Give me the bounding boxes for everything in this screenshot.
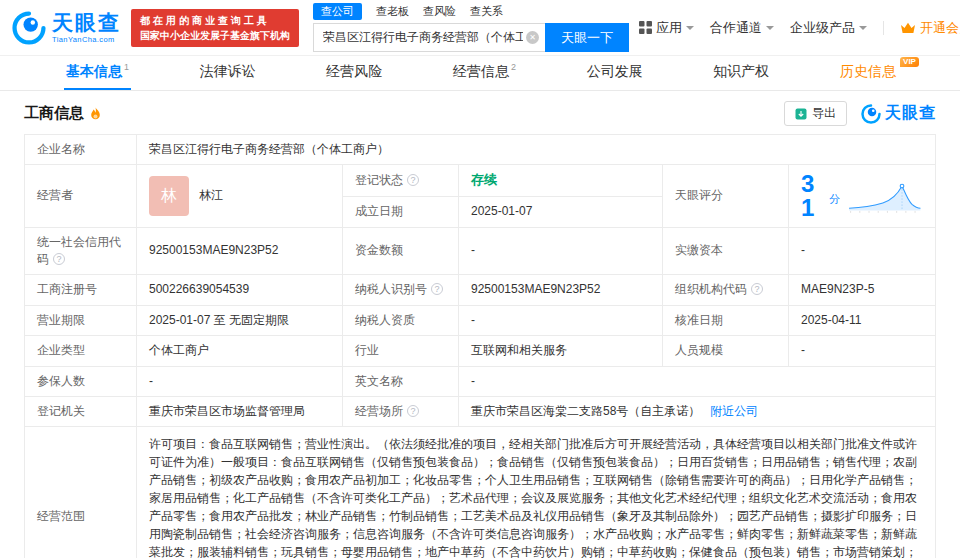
nearby-companies-link[interactable]: 附近公司: [710, 404, 758, 418]
top-menu: 应用 合作通道 企业级产品 开通会员: [639, 16, 960, 40]
operator-label: 经营者: [25, 165, 137, 227]
search-input[interactable]: [313, 23, 545, 52]
help-icon[interactable]: ?: [407, 174, 419, 186]
clear-icon[interactable]: ✕: [526, 31, 539, 44]
operator-name-link[interactable]: 林江: [199, 187, 223, 204]
reg-number-value: 500226639054539: [137, 275, 343, 305]
tianyancha-logo[interactable]: 天眼查 TianYanCha.com: [12, 11, 121, 45]
taxpayer-quality-value: -: [459, 305, 663, 335]
export-button[interactable]: 导出: [784, 101, 847, 126]
industry-label: 行业: [343, 336, 459, 366]
slogan-line-2: 国家中小企业发展子基金旗下机构: [140, 28, 290, 43]
menu-apps[interactable]: 应用: [639, 19, 694, 37]
search-tab-relation[interactable]: 查关系: [470, 4, 503, 19]
staff-size-value: -: [789, 336, 936, 366]
company-name-value: 荣昌区江得行电子商务经营部（个体工商户）: [137, 135, 936, 165]
menu-divider: [883, 21, 884, 35]
business-scope-value: 许可项目：食品互联网销售；营业性演出。（依法须经批准的项目，经相关部门批准后方可…: [137, 427, 936, 558]
search-block: 查公司 查老板 查风险 查关系 ✕ 天眼一下: [313, 3, 629, 52]
staff-size-label: 人员规模: [663, 336, 789, 366]
paid-capital-label: 实缴资本: [663, 227, 789, 275]
capital-value: -: [459, 227, 663, 275]
slogan-banner: 都在用的商业查询工具 国家中小企业发展子基金旗下机构: [131, 9, 299, 47]
crown-icon: [900, 22, 916, 34]
help-icon[interactable]: ?: [407, 405, 419, 417]
established-value: 2025-01-07: [459, 197, 663, 227]
tab-company-development-label: 公司发展: [587, 63, 643, 81]
english-name-value: -: [459, 366, 936, 396]
tab-history-info-label: 历史信息: [840, 63, 896, 81]
tab-legal-litigation[interactable]: 法律诉讼: [198, 56, 258, 90]
registration-status-label: 登记状态?: [343, 165, 459, 197]
top-header: 天眼查 TianYanCha.com 都在用的商业查询工具 国家中小企业发展子基…: [0, 0, 960, 56]
tab-basic-info-label: 基本信息: [66, 63, 122, 81]
watermark-logo-icon: [861, 104, 881, 124]
search-tab-risk[interactable]: 查风险: [423, 4, 456, 19]
table-row: 企业类型 个体工商户 行业 互联网和相关服务 人员规模 -: [25, 336, 936, 366]
business-term-label: 营业期限: [25, 305, 137, 335]
help-icon[interactable]: ?: [431, 283, 443, 295]
open-vip-label: 开通会员: [920, 19, 960, 37]
logo-text: 天眼查: [52, 12, 121, 33]
credit-code-value: 92500153MAE9N23P52: [137, 227, 343, 275]
tab-operation-risk[interactable]: 经营风险: [324, 56, 384, 90]
credit-code-label: 统一社会信用代码?: [25, 227, 137, 275]
menu-apps-label: 应用: [656, 19, 682, 37]
tab-intellectual-property-label: 知识产权: [713, 63, 769, 81]
tab-count: 1: [124, 62, 129, 72]
registration-status-value: 存续: [459, 165, 663, 197]
help-icon[interactable]: ?: [751, 283, 763, 295]
chevron-down-icon: [859, 26, 867, 34]
table-row: 营业期限 2025-01-07 至 无固定期限 纳税人资质 - 核准日期 202…: [25, 305, 936, 335]
tab-history-info[interactable]: 历史信息 VIP: [838, 56, 898, 90]
business-info-table: 企业名称 荣昌区江得行电子商务经营部（个体工商户） 经营者 林 林江 登记状态?…: [24, 134, 936, 558]
status-badge: 存续: [471, 172, 497, 187]
tab-company-development[interactable]: 公司发展: [585, 56, 645, 90]
taxpayer-id-value: 92500153MAE9N23P52: [459, 275, 663, 305]
watermark-text: 天眼查: [885, 103, 936, 124]
section-bar: 工商信息 导出 天眼查: [0, 91, 960, 134]
help-icon[interactable]: ?: [53, 253, 65, 265]
company-type-value: 个体工商户: [137, 336, 343, 366]
tianyancha-watermark: 天眼查: [861, 103, 936, 124]
insured-label: 参保人数: [25, 366, 137, 396]
hot-icon: [89, 107, 102, 121]
established-label: 成立日期: [343, 197, 459, 227]
search-button[interactable]: 天眼一下: [545, 23, 629, 52]
company-name-label: 企业名称: [25, 135, 137, 165]
industry-value: 互联网和相关服务: [459, 336, 663, 366]
business-term-value: 2025-01-07 至 无固定期限: [137, 305, 343, 335]
registry-label: 登记机关: [25, 396, 137, 426]
operator-avatar[interactable]: 林: [149, 176, 189, 216]
score-cell[interactable]: 31 分: [789, 165, 936, 227]
taxpayer-quality-label: 纳税人资质: [343, 305, 459, 335]
tab-intellectual-property[interactable]: 知识产权: [711, 56, 771, 90]
org-code-label: 组织机构代码?: [663, 275, 789, 305]
search-tab-company[interactable]: 查公司: [313, 3, 362, 20]
search-tab-boss[interactable]: 查老板: [376, 4, 409, 19]
chevron-down-icon: [766, 26, 774, 34]
address-cell: 重庆市荣昌区海棠二支路58号（自主承诺）附近公司: [459, 396, 936, 426]
tab-basic-info[interactable]: 基本信息 1: [64, 56, 131, 90]
tab-legal-litigation-label: 法律诉讼: [200, 63, 256, 81]
score-value: 31: [801, 172, 823, 220]
org-code-value: MAE9N23P-5: [789, 275, 936, 305]
registry-value: 重庆市荣昌区市场监督管理局: [137, 396, 343, 426]
search-tabs: 查公司 查老板 查风险 查关系: [313, 3, 629, 20]
menu-cooperation-label: 合作通道: [710, 19, 762, 37]
insured-value: -: [137, 366, 343, 396]
tianyancha-logo-icon: [12, 11, 46, 45]
taxpayer-id-label: 纳税人识别号?: [343, 275, 459, 305]
operator-cell: 林 林江: [137, 165, 343, 227]
company-type-label: 企业类型: [25, 336, 137, 366]
approval-date-value: 2025-04-11: [789, 305, 936, 335]
menu-enterprise[interactable]: 企业级产品: [790, 19, 867, 37]
table-row: 登记机关 重庆市荣昌区市场监督管理局 经营场所? 重庆市荣昌区海棠二支路58号（…: [25, 396, 936, 426]
company-section-tabs: 基本信息 1 法律诉讼 经营风险 经营信息 2 公司发展 知识产权 历史信息 V…: [0, 56, 960, 91]
tab-business-info-label: 经营信息: [453, 63, 509, 81]
tab-business-info[interactable]: 经营信息 2: [451, 56, 518, 90]
menu-cooperation[interactable]: 合作通道: [710, 19, 774, 37]
tab-count: 2: [511, 62, 516, 72]
open-vip-button[interactable]: 开通会员: [900, 19, 960, 37]
export-icon: [795, 108, 807, 120]
